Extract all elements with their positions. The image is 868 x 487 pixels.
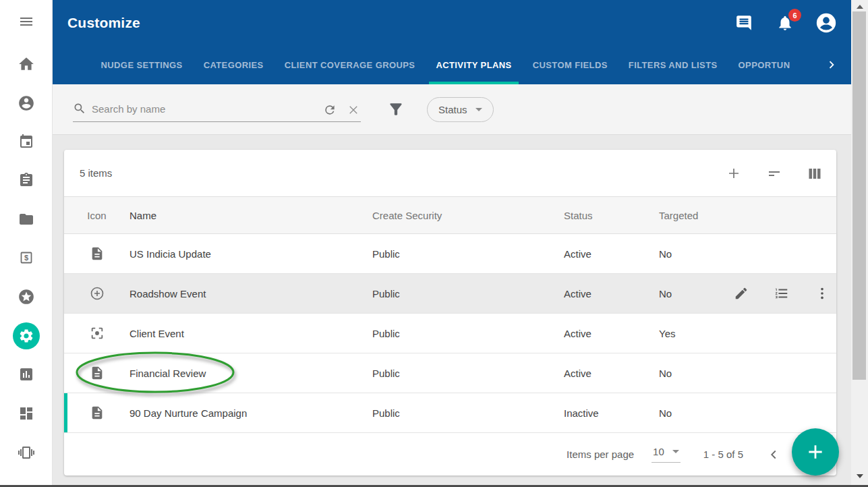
status-filter-label: Status bbox=[438, 104, 467, 115]
search-underline bbox=[73, 121, 361, 122]
col-targeted: Targeted bbox=[659, 210, 733, 221]
row-accent-bar bbox=[64, 393, 67, 432]
status-filter-chip[interactable]: Status bbox=[427, 97, 494, 122]
card-toolbar: 5 items bbox=[64, 150, 836, 196]
menu-icon[interactable] bbox=[10, 5, 42, 38]
tab-custom-fields[interactable]: CUSTOM FIELDS bbox=[526, 46, 614, 84]
svg-text:$: $ bbox=[24, 254, 28, 262]
cell-name: Roadshow Event bbox=[129, 288, 372, 299]
cell-status: Active bbox=[564, 368, 659, 379]
cell-name: Financial Review bbox=[129, 368, 372, 379]
filter-icon[interactable] bbox=[386, 100, 406, 120]
cell-status: Active bbox=[564, 328, 659, 339]
caret-down-icon bbox=[475, 108, 482, 111]
person-icon[interactable] bbox=[10, 87, 42, 119]
cell-targeted: No bbox=[659, 248, 733, 260]
caret-down-icon bbox=[672, 450, 679, 453]
table-header: Icon Name Create Security Status Targete… bbox=[64, 196, 836, 234]
search-icon bbox=[73, 102, 86, 118]
more-options-icon[interactable] bbox=[814, 285, 830, 302]
tabs-scroll-right-icon[interactable] bbox=[821, 55, 842, 76]
edit-icon[interactable] bbox=[733, 285, 749, 302]
row-roadshow-event[interactable]: Roadshow Event Public Active No bbox=[64, 274, 836, 314]
chat-icon[interactable] bbox=[730, 9, 757, 36]
cell-create-security: Public bbox=[372, 248, 564, 260]
col-status: Status bbox=[564, 210, 659, 221]
pagination-bar: Items per page 10 1 - 5 of 5 bbox=[64, 433, 836, 476]
tab-activity-plans[interactable]: ACTIVITY PLANS bbox=[429, 46, 518, 84]
tab-bar: NUDGE SETTINGS CATEGORIES CLIENT COVERAG… bbox=[53, 46, 851, 84]
row-client-event[interactable]: Client Event Public Active Yes bbox=[64, 314, 836, 353]
center-focus-icon bbox=[64, 326, 129, 341]
clear-search-icon[interactable] bbox=[345, 101, 362, 119]
settings-icon[interactable] bbox=[10, 320, 42, 352]
header-actions: 6 bbox=[730, 9, 840, 36]
settings-active-circle bbox=[13, 322, 40, 349]
tab-filters-and-lists[interactable]: FILTERS AND LISTS bbox=[622, 46, 724, 84]
billing-icon[interactable]: $ bbox=[10, 241, 42, 274]
cell-status: Active bbox=[564, 288, 659, 299]
scroll-down-icon[interactable] bbox=[851, 471, 868, 481]
content-area: 5 items Icon Nam bbox=[53, 135, 851, 487]
favorites-icon[interactable] bbox=[10, 281, 42, 313]
scrollbar-thumb[interactable] bbox=[852, 11, 866, 380]
columns-icon[interactable] bbox=[807, 165, 823, 181]
page-range: 1 - 5 of 5 bbox=[703, 449, 743, 460]
document-icon bbox=[64, 405, 129, 420]
account-icon[interactable] bbox=[813, 9, 840, 36]
page-size-select[interactable]: 10 bbox=[652, 446, 681, 463]
cell-name: 90 Day Nurture Campaign bbox=[129, 407, 372, 419]
dashboard-icon[interactable] bbox=[10, 397, 42, 430]
sort-icon[interactable] bbox=[766, 165, 782, 181]
cell-targeted: No bbox=[659, 288, 733, 299]
cell-targeted: No bbox=[659, 407, 733, 419]
row-90-day-nurture-campaign[interactable]: 90 Day Nurture Campaign Public Inactive … bbox=[64, 393, 836, 433]
row-us-indicia-update[interactable]: US Indicia Update Public Active No bbox=[64, 234, 836, 274]
filter-bar: Status bbox=[53, 84, 851, 135]
circle-plus-icon bbox=[64, 285, 129, 302]
activity-plans-card: 5 items Icon Nam bbox=[64, 150, 836, 476]
tasks-icon[interactable] bbox=[10, 164, 42, 196]
col-icon: Icon bbox=[64, 210, 129, 221]
cell-status: Inactive bbox=[564, 407, 659, 419]
page-title: Customize bbox=[67, 15, 140, 31]
add-activity-plan-fab[interactable] bbox=[792, 428, 839, 476]
cell-targeted: Yes bbox=[659, 328, 733, 339]
mobile-icon[interactable] bbox=[10, 436, 42, 469]
tab-nudge-settings[interactable]: NUDGE SETTINGS bbox=[94, 46, 190, 84]
cell-create-security: Public bbox=[372, 328, 564, 339]
items-per-page-label: Items per page bbox=[567, 449, 634, 460]
tab-client-coverage-groups[interactable]: CLIENT COVERAGE GROUPS bbox=[278, 46, 422, 84]
col-create-security: Create Security bbox=[372, 210, 564, 221]
reports-icon[interactable] bbox=[10, 358, 42, 391]
home-icon[interactable] bbox=[10, 48, 42, 80]
cell-name: US Indicia Update bbox=[129, 248, 372, 260]
app-header: Customize 6 NUDGE SETTINGS CATEGORI bbox=[53, 0, 851, 84]
scroll-up-icon[interactable] bbox=[851, 2, 868, 11]
main-area: Customize 6 NUDGE SETTINGS CATEGORI bbox=[53, 0, 851, 487]
notifications-icon[interactable]: 6 bbox=[772, 9, 799, 36]
calendar-icon[interactable] bbox=[10, 125, 42, 158]
scrollbar-track[interactable] bbox=[851, 0, 868, 487]
col-name: Name bbox=[129, 210, 372, 221]
screen: $ Customize bbox=[0, 0, 868, 487]
page-size-value: 10 bbox=[653, 446, 664, 457]
items-count: 5 items bbox=[80, 167, 112, 179]
cell-create-security: Public bbox=[372, 407, 564, 419]
tab-categories[interactable]: CATEGORIES bbox=[197, 46, 270, 84]
cell-targeted: No bbox=[659, 368, 733, 379]
folder-icon[interactable] bbox=[10, 203, 42, 235]
row-financial-review[interactable]: Financial Review Public Active No bbox=[64, 353, 836, 393]
numbered-list-icon[interactable] bbox=[774, 285, 790, 302]
document-icon bbox=[64, 246, 129, 261]
previous-page-icon[interactable] bbox=[765, 446, 782, 463]
search-input[interactable] bbox=[92, 98, 314, 119]
cell-status: Active bbox=[564, 248, 659, 260]
tab-opportunities[interactable]: OPPORTUN bbox=[732, 46, 797, 84]
cell-name: Client Event bbox=[129, 328, 372, 339]
add-icon[interactable] bbox=[726, 165, 742, 181]
refresh-icon[interactable] bbox=[321, 101, 339, 119]
notification-badge: 6 bbox=[788, 9, 801, 22]
document-icon bbox=[64, 366, 129, 380]
cell-create-security: Public bbox=[372, 368, 564, 379]
